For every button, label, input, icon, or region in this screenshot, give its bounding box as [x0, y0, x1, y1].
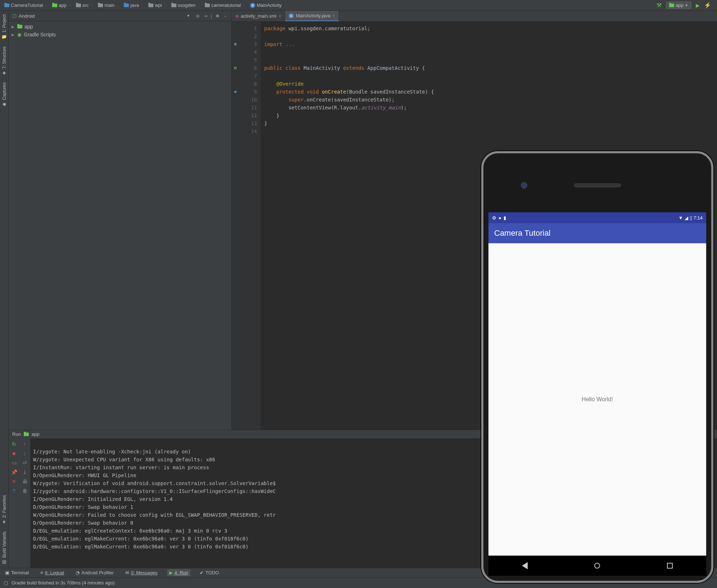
app-content: Hello World! [488, 243, 706, 556]
phone-screen[interactable]: ⚙ ● ▮ ▼ ◢ ▯ 7:14 Camera Tutorial Hello W… [488, 212, 706, 576]
project-panel-header: ⬡ Android ▼ ⊕ ⇥ | ✱ ← [9, 11, 231, 21]
down-icon[interactable]: ↓ [24, 451, 26, 456]
status-icon[interactable]: ▢ [4, 580, 8, 585]
gear-icon[interactable]: ✱ [216, 13, 220, 19]
folder-icon [98, 4, 103, 7]
tab-todo[interactable]: ✔TODO [198, 569, 221, 576]
chevron-right-icon: 〉 [117, 3, 120, 8]
structure-icon: ◈ [3, 70, 6, 75]
target-icon[interactable]: ⊕ [196, 13, 200, 19]
project-tree: ▶ app ▶ ◉ Gradle Scripts [9, 21, 231, 40]
tab-label: MainActivity.java [296, 13, 330, 18]
wrap-icon[interactable]: ⏎ [23, 460, 27, 466]
tab-logcat[interactable]: ≡6: Logcat [38, 569, 66, 576]
app-bar: Camera Tutorial [488, 223, 706, 243]
breadcrumb-item[interactable]: CameraTutorial〉 [3, 2, 51, 9]
project-icon: 📁 [1, 34, 7, 39]
project-view-selector[interactable]: Android [19, 13, 187, 19]
camera-dot-icon [521, 182, 527, 189]
clock: 7:14 [694, 215, 703, 221]
circle-icon: ● [499, 215, 501, 221]
close-icon[interactable]: ✕ [12, 479, 16, 484]
recents-button[interactable] [666, 561, 674, 570]
run-toolbar-left2: ↑ ↓ ⏎ ⤓ 🖶 🗑 [19, 438, 30, 568]
gutter-run-icon[interactable]: ▤ [232, 64, 239, 72]
expand-arrow-icon[interactable]: ▶ [12, 33, 15, 37]
wifi-icon: ▼ [678, 215, 683, 221]
android-status-bar[interactable]: ⚙ ● ▮ ▼ ◢ ▯ 7:14 [488, 212, 706, 223]
folder-icon [205, 4, 210, 7]
tab-messages[interactable]: ✉0: Messages [123, 569, 160, 576]
breadcrumb-item[interactable]: ssogden〉 [170, 2, 203, 9]
breadcrumb-item[interactable]: cameratutorial〉 [203, 2, 249, 9]
chevron-down-icon: ▼ [685, 4, 688, 7]
tree-item-gradle[interactable]: ▶ ◉ Gradle Scripts [9, 31, 231, 39]
battery-icon: ▯ [690, 215, 692, 221]
run-title: Run [12, 431, 21, 437]
gear-icon: ⚙ [492, 215, 496, 221]
up-icon[interactable]: ↑ [24, 441, 26, 447]
hammer-icon[interactable]: ⚒ [657, 2, 662, 9]
close-icon[interactable]: × [279, 14, 281, 19]
pin-icon[interactable]: 📌 [11, 469, 17, 475]
chevron-right-icon: 〉 [69, 3, 72, 8]
tree-item-app[interactable]: ▶ app [9, 23, 231, 31]
rail-project[interactable]: 📁1: Project [1, 11, 8, 43]
layout-icon[interactable]: ▭ [12, 460, 17, 466]
breadcrumb-item[interactable]: main〉 [96, 2, 122, 9]
back-icon [522, 562, 528, 569]
hide-icon[interactable]: ← [223, 13, 228, 19]
home-icon [594, 563, 600, 569]
rail-structure[interactable]: ◈7: Structure [1, 43, 8, 79]
logcat-icon: ≡ [40, 570, 43, 575]
module-icon [52, 4, 57, 7]
fold-icon[interactable]: ⊞ [232, 40, 239, 48]
editor-tab-xml[interactable]: ⬘ activity_main.xml × [232, 11, 285, 21]
chevron-right-icon: 〉 [141, 3, 145, 8]
rail-captures[interactable]: ◉Captures [1, 79, 8, 110]
run-button-icon[interactable]: ▶ [696, 3, 700, 8]
breadcrumb-item[interactable]: CMainActivity [249, 2, 283, 9]
chevron-down-icon[interactable]: ▼ [187, 14, 190, 18]
folder-icon [124, 4, 129, 7]
expand-arrow-icon[interactable]: ▶ [12, 25, 15, 29]
rail-build-variants[interactable]: ▤Build Variants [1, 528, 8, 568]
class-icon: C [250, 3, 255, 8]
hello-text: Hello World! [582, 396, 613, 403]
run-config-selector[interactable]: app ▼ [666, 1, 691, 9]
stop-icon[interactable]: ■ [13, 451, 15, 456]
breadcrumb-item[interactable]: app〉 [51, 2, 75, 9]
print-icon[interactable]: 🖶 [22, 479, 27, 484]
chevron-right-icon: 〉 [91, 3, 94, 8]
override-icon[interactable]: ● [232, 88, 239, 96]
collapse-icon[interactable]: ⇥ [203, 13, 207, 19]
project-panel: ⬡ Android ▼ ⊕ ⇥ | ✱ ← ▶ app [9, 11, 232, 430]
help-icon[interactable]: ? [13, 488, 15, 494]
phone-frame: ⚙ ● ▮ ▼ ◢ ▯ 7:14 Camera Tutorial Hello W… [481, 151, 713, 583]
breadcrumb-item[interactable]: java〉 [122, 2, 147, 9]
captures-icon: ◉ [3, 101, 6, 106]
play-icon: ▶ [169, 570, 173, 575]
class-icon: C [289, 13, 294, 18]
tab-run[interactable]: ▶4: Run [167, 569, 190, 576]
line-numbers: 1234567891011121314 [239, 22, 261, 430]
tab-profiler[interactable]: ◔Android Profiler [73, 569, 116, 576]
editor-tab-java[interactable]: C MainActivity.java × [285, 11, 339, 21]
home-button[interactable] [593, 561, 601, 570]
rail-favorites[interactable]: ★2: Favorites [1, 492, 8, 528]
terminal-icon: ▣ [5, 570, 9, 575]
breadcrumb-item[interactable]: wpi〉 [147, 2, 170, 9]
breadcrumb-item[interactable]: src〉 [75, 2, 96, 9]
folder-icon [171, 4, 176, 7]
close-icon[interactable]: × [333, 13, 335, 18]
instant-run-icon[interactable]: ⚡ [704, 2, 711, 9]
module-icon [669, 4, 674, 7]
tree-item-label: app [24, 24, 33, 30]
scroll-end-icon[interactable]: ⤓ [23, 469, 27, 475]
tab-terminal[interactable]: ▣Terminal [3, 569, 31, 576]
chevron-right-icon: 〉 [45, 3, 49, 8]
emulator-window[interactable]: ⚙ ● ▮ ▼ ◢ ▯ 7:14 Camera Tutorial Hello W… [481, 151, 713, 583]
rerun-icon[interactable]: ↻ [12, 441, 16, 447]
back-button[interactable] [520, 561, 529, 570]
trash-icon[interactable]: 🗑 [22, 488, 27, 494]
